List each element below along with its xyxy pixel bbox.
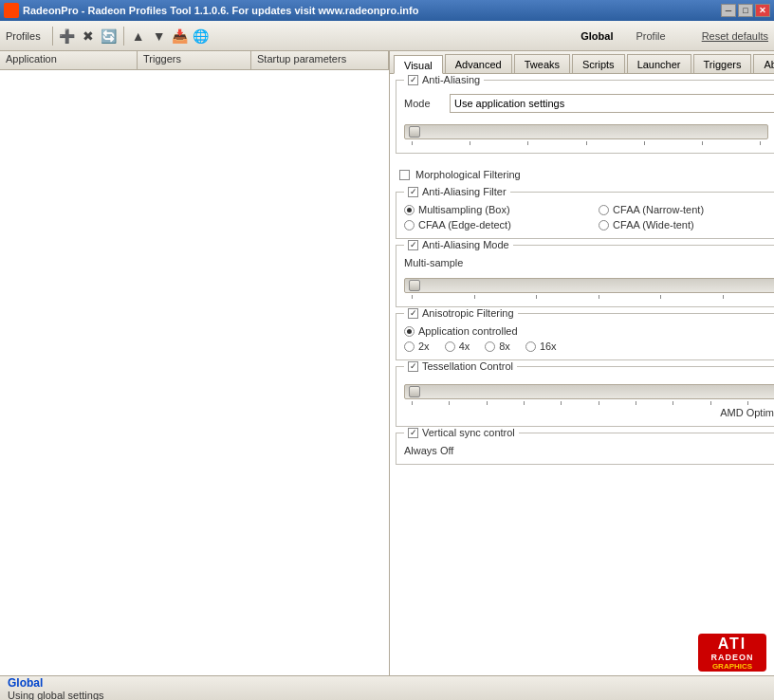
tessellation-checkbox[interactable] (408, 361, 418, 372)
col-startup: Startup parameters (251, 51, 389, 69)
tick (470, 141, 470, 145)
using-text: Using global settings (8, 690, 104, 701)
radio-app-controlled-btn[interactable] (404, 326, 415, 337)
radio-2x-btn[interactable] (404, 341, 415, 352)
tess-slider-container (404, 382, 774, 405)
profile-tab[interactable]: Profile (630, 28, 671, 44)
vsync-checkbox[interactable] (408, 428, 418, 438)
tick (760, 141, 761, 145)
aa-mode-title: Anti-Aliasing Mode (404, 239, 513, 250)
tick (412, 401, 413, 405)
radio-8x-btn[interactable] (485, 341, 495, 352)
aa-mode-ticks (404, 295, 774, 299)
anti-aliasing-checkbox[interactable] (408, 75, 418, 85)
tess-ticks (404, 401, 774, 405)
tick (536, 295, 537, 299)
af-16x: 16x (525, 341, 557, 352)
radio-app-controlled-label: Application controlled (418, 325, 518, 337)
tick (660, 295, 661, 299)
radio-cfaa-edge: CFAA (Edge-detect) (404, 219, 599, 230)
tick (586, 141, 587, 145)
aa-filter-radio-group: Multisampling (Box) CFAA (Narrow-tent) C… (404, 204, 774, 230)
radio-cfaa-wide-btn[interactable] (599, 220, 609, 230)
radio-cfaa-edge-btn[interactable] (404, 220, 415, 230)
table-header: Application Triggers Startup parameters (0, 51, 389, 70)
minimize-button[interactable]: ─ (721, 4, 736, 17)
tessellation-title: Tessellation Control (404, 360, 517, 372)
main-area: Application Triggers Startup parameters … (0, 51, 774, 675)
tess-slider-thumb[interactable] (409, 386, 420, 397)
refresh-button[interactable]: 🔄 (99, 26, 120, 46)
tab-scripts[interactable]: Scripts (572, 54, 625, 73)
aa-mode-slider-track[interactable] (404, 278, 774, 293)
radio-16x-btn[interactable] (525, 341, 536, 352)
title-text: RadeonPro - Radeon Profiles Tool 1.1.0.6… (23, 5, 418, 16)
aa-slider-container (404, 122, 768, 145)
radio-app-controlled: Application controlled (404, 325, 774, 337)
aa-mode-section: Anti-Aliasing Mode Multi-sample (396, 245, 774, 307)
aa-filter-title: Anti-Aliasing Filter (404, 186, 510, 197)
move-up-button[interactable]: ▲ (128, 26, 149, 46)
tessellation-content: AMD Optimized (404, 378, 774, 418)
tess-amd-optimized-label: AMD Optimized (720, 407, 774, 418)
mode-label: Mode (404, 98, 442, 109)
aa-mode-slider-thumb[interactable] (409, 280, 420, 291)
tess-slider-track[interactable] (404, 384, 774, 399)
aa-slider-track[interactable] (404, 124, 768, 139)
import-button[interactable]: 📥 (170, 26, 191, 46)
reset-defaults-button[interactable]: Reset defaults (702, 30, 768, 42)
tab-advanced[interactable]: Advanced (445, 54, 512, 73)
col-application: Application (0, 51, 138, 69)
tab-about[interactable]: About (753, 54, 774, 73)
tick (710, 401, 711, 405)
tick (412, 295, 413, 299)
right-panel: Visual Advanced Tweaks Scripts Launcher … (390, 51, 774, 675)
tick (524, 401, 525, 405)
global-tab[interactable]: Global (575, 28, 618, 44)
radio-cfaa-narrow-btn[interactable] (599, 205, 609, 215)
radio-cfaa-edge-label: CFAA (Edge-detect) (418, 219, 511, 230)
web-button[interactable]: 🌐 (191, 26, 212, 46)
aa-mode-checkbox[interactable] (408, 240, 418, 250)
move-down-button[interactable]: ▼ (149, 26, 170, 46)
aa-slider-thumb[interactable] (409, 126, 420, 138)
new-profile-button[interactable]: ➕ (57, 26, 78, 46)
radio-4x-btn[interactable] (445, 341, 455, 352)
aa-slider-row: 2x (404, 119, 774, 145)
tick (449, 401, 450, 405)
tick (527, 141, 528, 145)
morphological-checkbox[interactable] (399, 170, 410, 180)
radio-multisampling-label: Multisampling (Box) (418, 204, 510, 215)
profiles-list (0, 70, 389, 675)
tab-triggers[interactable]: Triggers (693, 54, 752, 73)
vsync-title: Vertical sync control (404, 427, 519, 438)
radio-4x-label: 4x (459, 341, 470, 352)
aa-filter-checkbox[interactable] (408, 187, 418, 197)
af-8x: 8x (485, 341, 510, 352)
radio-cfaa-narrow-label: CFAA (Narrow-tent) (613, 204, 704, 215)
tick (599, 401, 599, 405)
aa-filter-options: Multisampling (Box) CFAA (Narrow-tent) C… (404, 204, 774, 230)
title-bar: RadeonPro - Radeon Profiles Tool 1.1.0.6… (0, 0, 774, 21)
tab-launcher[interactable]: Launcher (627, 54, 691, 73)
mode-select[interactable]: Use application settings ▼ (450, 94, 774, 113)
vsync-section: Vertical sync control Always Off (396, 433, 774, 465)
tick (747, 401, 748, 405)
delete-button[interactable]: ✖ (78, 26, 99, 46)
tess-slider-row (404, 378, 774, 405)
tick (561, 401, 562, 405)
radio-multisampling-btn[interactable] (404, 205, 415, 215)
radio-cfaa-narrow: CFAA (Narrow-tent) (599, 204, 774, 215)
left-panel: Application Triggers Startup parameters (0, 51, 390, 675)
anisotropic-checkbox[interactable] (408, 308, 418, 319)
maximize-button[interactable]: □ (738, 4, 753, 17)
morphological-label: Morphological Filtering (415, 169, 521, 180)
mode-row: Mode Use application settings ▼ (404, 94, 774, 113)
tab-visual[interactable]: Visual (394, 55, 443, 74)
close-button[interactable]: ✕ (755, 4, 770, 17)
af-options: 2x 4x 8x 16x (404, 341, 774, 352)
tab-tweaks[interactable]: Tweaks (514, 54, 570, 73)
radio-16x-label: 16x (540, 341, 557, 352)
ati-logo: ATI RADEON GRAPHICS (698, 634, 766, 672)
af-4x: 4x (445, 341, 470, 352)
